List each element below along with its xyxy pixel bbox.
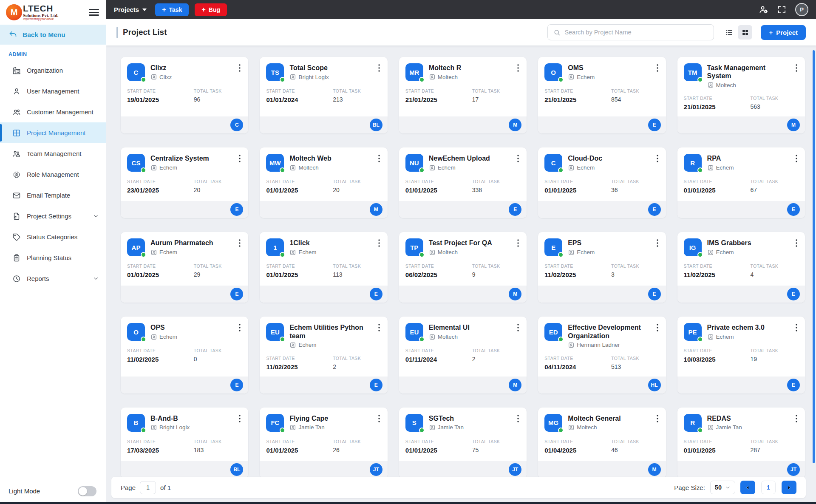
assignee-avatar[interactable]: E: [370, 288, 382, 300]
project-name[interactable]: OPS: [150, 323, 177, 331]
assignee-avatar[interactable]: M: [509, 379, 521, 391]
assignee-avatar[interactable]: M: [787, 119, 800, 131]
assignee-avatar[interactable]: E: [230, 379, 243, 391]
assignee-avatar[interactable]: E: [648, 288, 661, 300]
project-card[interactable]: FC Flying Cape Jamie Tan START DATE 01/0…: [260, 408, 387, 478]
project-name[interactable]: Task Management System: [707, 64, 788, 80]
kebab-menu-icon[interactable]: [654, 154, 661, 172]
kebab-menu-icon[interactable]: [376, 238, 382, 256]
sidebar-item-organization[interactable]: Organization: [0, 60, 106, 81]
grid-view-button[interactable]: [738, 25, 752, 40]
kebab-menu-icon[interactable]: [515, 323, 521, 341]
assignee-avatar[interactable]: M: [509, 119, 521, 131]
kebab-menu-icon[interactable]: [236, 154, 243, 172]
project-card[interactable]: TM Task Management System Moltech START …: [677, 57, 805, 133]
kebab-menu-icon[interactable]: [654, 238, 661, 256]
back-to-menu-button[interactable]: Back to Menu: [0, 25, 106, 45]
project-card[interactable]: R RPA Echem START DATE 01/01/2025 TOTAL …: [677, 147, 805, 218]
current-page-indicator[interactable]: 1: [761, 481, 776, 494]
project-name[interactable]: Effective Development Organization: [568, 323, 648, 340]
kebab-menu-icon[interactable]: [376, 323, 382, 348]
project-name[interactable]: Moltech General: [568, 414, 620, 422]
assignee-avatar[interactable]: E: [787, 288, 800, 300]
kebab-menu-icon[interactable]: [654, 414, 661, 432]
assignee-avatar[interactable]: JT: [370, 463, 382, 476]
user-avatar[interactable]: P: [795, 3, 808, 16]
project-name[interactable]: SGTech: [429, 414, 464, 422]
kebab-menu-icon[interactable]: [793, 323, 800, 341]
kebab-menu-icon[interactable]: [654, 63, 661, 81]
project-name[interactable]: Private echem 3.0: [707, 323, 765, 331]
kebab-menu-icon[interactable]: [515, 154, 521, 172]
assignee-avatar[interactable]: BL: [370, 119, 382, 131]
scrollbar-thumb[interactable]: [813, 50, 815, 463]
assignee-avatar[interactable]: JT: [787, 463, 800, 476]
assignee-avatar[interactable]: C: [230, 119, 243, 131]
project-card[interactable]: S SGTech Jamie Tan START DATE 01/01/2025…: [399, 408, 527, 478]
kebab-menu-icon[interactable]: [515, 63, 521, 81]
search-input[interactable]: [564, 29, 708, 36]
project-card[interactable]: C Cloud-Doc Echem START DATE 01/01/2025 …: [538, 147, 666, 218]
project-name[interactable]: NewEchem Upload: [429, 154, 490, 162]
project-name[interactable]: Test Project For QA: [429, 239, 492, 247]
add-bug-button[interactable]: + Bug: [195, 3, 227, 16]
add-project-button[interactable]: + Project: [761, 25, 806, 40]
project-name[interactable]: OMS: [568, 64, 595, 72]
project-name[interactable]: Aurum Pharmatech: [150, 239, 213, 247]
project-card[interactable]: E EPS Echem START DATE 11/02/2025 TOTAL …: [538, 232, 666, 303]
project-card[interactable]: R REDAS Jamie Tan START DATE 01/01/2025 …: [677, 408, 805, 478]
kebab-menu-icon[interactable]: [376, 414, 382, 432]
kebab-menu-icon[interactable]: [236, 323, 243, 341]
project-card[interactable]: TS Total Scope Bright Logix START DATE 0…: [260, 57, 387, 133]
assignee-avatar[interactable]: HL: [648, 379, 661, 391]
kebab-menu-icon[interactable]: [654, 323, 661, 348]
project-card[interactable]: TP Test Project For QA Moltech START DAT…: [399, 232, 527, 303]
kebab-menu-icon[interactable]: [515, 414, 521, 432]
project-card[interactable]: B B-And-B Bright Logix START DATE 17/03/…: [121, 408, 248, 478]
kebab-menu-icon[interactable]: [515, 238, 521, 256]
sidebar-item-reports[interactable]: Reports: [0, 268, 106, 289]
sidebar-item-user-management[interactable]: User Management: [0, 81, 106, 102]
project-name[interactable]: Moltech Web: [289, 154, 331, 162]
next-page-button[interactable]: [782, 481, 796, 494]
project-card[interactable]: O OMS Echem START DATE 21/01/2025 TOTAL …: [538, 57, 666, 133]
project-name[interactable]: Cloud-Doc: [568, 154, 602, 162]
assignee-avatar[interactable]: E: [509, 203, 521, 216]
kebab-menu-icon[interactable]: [236, 238, 243, 256]
project-card[interactable]: PE Private echem 3.0 Echem START DATE 10…: [677, 317, 805, 393]
sidebar-item-team-management[interactable]: Team Management: [0, 143, 106, 164]
assignee-avatar[interactable]: E: [787, 203, 800, 216]
project-card[interactable]: MW Moltech Web Moltech START DATE 01/01/…: [260, 147, 387, 218]
project-name[interactable]: Elemental UI: [429, 323, 470, 331]
project-card[interactable]: EU Elemental UI Moltech START DATE 01/11…: [399, 317, 527, 393]
hamburger-menu-icon[interactable]: [89, 9, 99, 16]
previous-page-button[interactable]: [740, 481, 755, 494]
assignee-avatar[interactable]: M: [509, 288, 521, 300]
project-card[interactable]: AP Aurum Pharmatech Echem START DATE 01/…: [121, 232, 248, 303]
sidebar-item-customer-management[interactable]: Customer Management: [0, 102, 106, 122]
project-card[interactable]: C Clixz Clixz START DATE 19/01/2025 TOTA…: [121, 57, 248, 133]
project-name[interactable]: Moltech R: [429, 64, 461, 72]
kebab-menu-icon[interactable]: [376, 154, 382, 172]
project-name[interactable]: B-And-B: [150, 414, 190, 422]
fullscreen-icon[interactable]: [777, 5, 787, 14]
project-card[interactable]: CS Centralize System Echem START DATE 23…: [121, 147, 248, 218]
page-size-select[interactable]: 50: [710, 481, 735, 494]
user-settings-icon[interactable]: [759, 5, 768, 14]
sidebar-item-planning-status[interactable]: Planning Status: [0, 247, 106, 268]
projects-menu-dropdown[interactable]: Projects: [114, 6, 147, 13]
page-number-input[interactable]: [140, 481, 156, 494]
project-name[interactable]: Flying Cape: [289, 414, 328, 422]
project-name[interactable]: Total Scope: [289, 64, 329, 72]
project-name[interactable]: Echem Utilities Python team: [289, 323, 370, 340]
project-card[interactable]: 1 1Click Echem START DATE 01/01/2025 TOT…: [260, 232, 387, 303]
kebab-menu-icon[interactable]: [793, 238, 800, 256]
sidebar-item-role-management[interactable]: Role Management: [0, 164, 106, 185]
kebab-menu-icon[interactable]: [793, 414, 800, 432]
sidebar-item-project-management[interactable]: Project Management: [0, 122, 106, 143]
project-card[interactable]: O OPS Echem START DATE 11/02/2025 TOTAL …: [121, 317, 248, 393]
list-view-button[interactable]: [722, 25, 736, 40]
kebab-menu-icon[interactable]: [793, 63, 800, 88]
assignee-avatar[interactable]: E: [230, 203, 243, 216]
assignee-avatar[interactable]: M: [370, 203, 382, 216]
